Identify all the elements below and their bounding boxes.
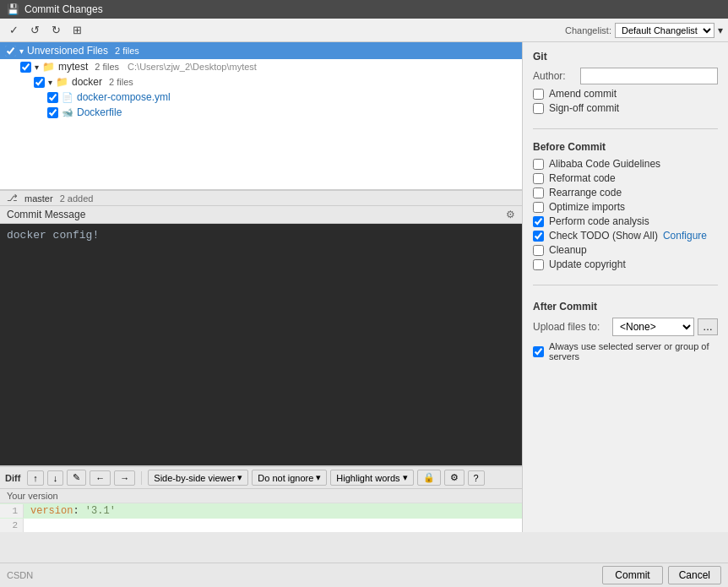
diff-line-content-1: version: '3.1'	[24, 503, 522, 519]
alibaba-checkbox[interactable]	[533, 159, 544, 170]
diff-ignore-btn[interactable]: Do not ignore ▾	[252, 470, 327, 486]
version-key: version	[30, 505, 73, 517]
docker-count: 2 files	[109, 77, 133, 87]
perform-analysis-label[interactable]: Perform code analysis	[549, 215, 649, 227]
rearrange-checkbox[interactable]	[533, 188, 544, 198]
check-todo-checkbox[interactable]	[533, 231, 544, 242]
undo-button[interactable]: ↺	[26, 21, 44, 39]
diff-help-btn[interactable]: ?	[468, 470, 485, 486]
rearrange-row: Rearrange code	[533, 187, 718, 198]
after-commit-section: After Commit Upload files to: <None> … A…	[533, 301, 718, 364]
upload-row: Upload files to: <None> …	[533, 318, 718, 336]
mytest-expand-icon[interactable]: ▾	[35, 63, 39, 72]
always-use-label[interactable]: Always use selected server or group of s…	[549, 341, 718, 361]
docker-compose-checkbox[interactable]	[47, 92, 58, 103]
docker-label: docker	[72, 76, 102, 88]
changelist-select[interactable]: Default Changelist	[615, 23, 714, 38]
yml-file-icon: 📄	[62, 92, 73, 103]
docker-folder-icon: 📁	[56, 76, 68, 88]
dockerfile-link[interactable]: Dockerfile	[77, 106, 122, 118]
branch-name: master	[24, 193, 53, 204]
rearrange-label[interactable]: Rearrange code	[549, 187, 622, 198]
diff-line-num-2: 2	[0, 519, 24, 532]
before-commit-section: Before Commit Alibaba Code Guidelines Re…	[533, 141, 718, 273]
docker-compose-file-item[interactable]: 📄 docker-compose.yml	[0, 90, 522, 105]
diff-viewer-arrow: ▾	[237, 472, 242, 483]
expand-unversioned-icon[interactable]: ▾	[19, 46, 24, 56]
always-use-checkbox[interactable]	[533, 346, 544, 357]
diff-highlight-btn[interactable]: Highlight words ▾	[330, 470, 413, 486]
optimize-label[interactable]: Optimize imports	[549, 201, 625, 213]
upload-settings-btn[interactable]: …	[698, 318, 718, 335]
alibaba-label[interactable]: Alibaba Code Guidelines	[549, 158, 660, 170]
diff-viewer-btn[interactable]: Side-by-side viewer ▾	[148, 470, 248, 486]
commit-button[interactable]: Commit	[602, 566, 662, 584]
cleanup-checkbox[interactable]	[533, 245, 544, 256]
mytest-count: 2 files	[95, 62, 119, 72]
diff-viewer-label: Side-by-side viewer	[154, 473, 235, 483]
mytest-path: C:\Users\zjw_2\Desktop\mytest	[128, 62, 257, 72]
added-status: 2 added	[60, 193, 94, 204]
amend-commit-checkbox[interactable]	[533, 89, 544, 100]
amend-commit-row: Amend commit	[533, 88, 718, 100]
dockerfile-item[interactable]: 🐋 Dockerfile	[0, 105, 522, 120]
diff-line-num-1: 1	[0, 504, 24, 518]
right-panel: Git Author: Amend commit Sign-off commit…	[523, 42, 728, 532]
main-toolbar: ✓ ↺ ↻ ⊞ Changelist: Default Changelist ▾	[0, 19, 728, 42]
mytest-label: mytest	[58, 61, 88, 73]
sign-off-row: Sign-off commit	[533, 102, 718, 114]
git-section-title: Git	[533, 51, 718, 63]
diff-next-btn[interactable]: ↓	[47, 470, 64, 486]
diff-settings-btn[interactable]: ⚙	[444, 470, 465, 486]
sign-off-label[interactable]: Sign-off commit	[549, 102, 619, 114]
sign-off-checkbox[interactable]	[533, 103, 544, 114]
unversioned-checkbox[interactable]	[5, 46, 16, 57]
reformat-checkbox[interactable]	[533, 173, 544, 184]
docker-folder-item[interactable]: ▾ 📁 docker 2 files	[0, 74, 522, 90]
cancel-button[interactable]: Cancel	[668, 566, 721, 584]
update-copyright-label[interactable]: Update copyright	[549, 258, 626, 270]
amend-commit-label[interactable]: Amend commit	[549, 88, 617, 100]
diff-row-1: 1 version: '3.1'	[0, 503, 522, 519]
perform-analysis-checkbox[interactable]	[533, 216, 544, 227]
update-copyright-checkbox[interactable]	[533, 259, 544, 270]
refresh-button[interactable]: ↻	[47, 21, 65, 39]
commit-message-settings-icon[interactable]: ⚙	[506, 209, 515, 220]
optimize-checkbox[interactable]	[533, 202, 544, 213]
diff-right-btn[interactable]: →	[114, 470, 135, 486]
git-section: Git Author: Amend commit Sign-off commit	[533, 51, 718, 117]
diff-highlight-arrow: ▾	[403, 472, 408, 483]
diff-prev-btn[interactable]: ↑	[27, 470, 44, 486]
commit-message-input[interactable]: docker config!	[0, 224, 522, 465]
mytest-folder-item[interactable]: ▾ 📁 mytest 2 files C:\Users\zjw_2\Deskto…	[0, 59, 522, 74]
before-commit-title: Before Commit	[533, 141, 718, 153]
diff-row-2: 2	[0, 519, 522, 532]
expand-all-button[interactable]: ⊞	[68, 21, 86, 39]
docker-checkbox[interactable]	[34, 77, 45, 88]
unversioned-count: 2 files	[115, 46, 139, 56]
author-label: Author:	[533, 70, 575, 82]
upload-select[interactable]: <None>	[612, 318, 694, 336]
configure-link[interactable]: Configure	[663, 230, 707, 242]
reformat-label[interactable]: Reformat code	[549, 172, 616, 184]
mytest-checkbox[interactable]	[20, 62, 31, 73]
cleanup-label[interactable]: Cleanup	[549, 244, 587, 256]
check-todo-label[interactable]: Check TODO (Show All)	[549, 230, 658, 242]
author-input[interactable]	[580, 68, 718, 84]
diff-toolbar: Diff ↑ ↓ ✎ ← → Side-by-side viewer ▾ Do …	[0, 466, 522, 489]
update-copyright-row: Update copyright	[533, 258, 718, 270]
divider-2	[533, 285, 718, 285]
diff-lock-btn[interactable]: 🔒	[417, 470, 441, 486]
alibaba-row: Alibaba Code Guidelines	[533, 158, 718, 170]
changelist-label: Changelist:	[565, 25, 611, 35]
status-bar: ⎇ master 2 added	[0, 190, 522, 206]
diff-left-btn[interactable]: ←	[90, 470, 111, 486]
dockerfile-checkbox[interactable]	[47, 107, 58, 118]
perform-analysis-row: Perform code analysis	[533, 215, 718, 227]
unversioned-label: Unversioned Files	[27, 45, 108, 57]
check-button[interactable]: ✓	[5, 21, 23, 39]
diff-edit-btn[interactable]: ✎	[67, 470, 86, 486]
always-use-row: Always use selected server or group of s…	[533, 341, 718, 361]
docker-expand-icon[interactable]: ▾	[48, 78, 52, 87]
docker-compose-link[interactable]: docker-compose.yml	[77, 91, 171, 103]
